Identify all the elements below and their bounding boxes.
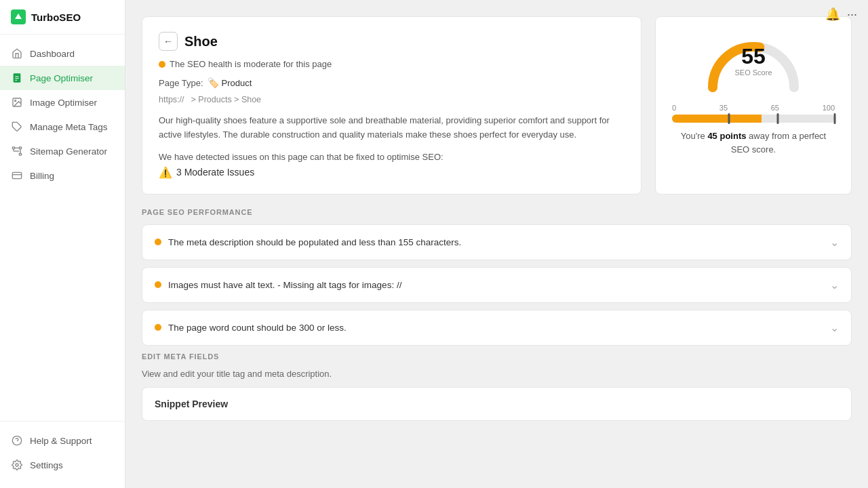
tag-emoji-icon: 🏷️ — [208, 77, 219, 88]
score-text-prefix: You're — [681, 131, 705, 141]
page-type-label: Page Type: — [159, 78, 203, 88]
perf-label-0: The meta description should be populated… — [168, 237, 823, 247]
perf-dot-0 — [155, 239, 161, 245]
issues-count: 3 Moderate Issues — [176, 167, 254, 178]
page-type-badge: 🏷️ Product — [208, 77, 252, 88]
score-bold-text: 45 points — [707, 131, 746, 141]
chevron-icon-2: ⌄ — [830, 321, 839, 334]
url-path: > Products > Shoe — [191, 95, 262, 104]
perf-dot-1 — [155, 281, 161, 288]
svg-rect-0 — [14, 73, 21, 82]
help-icon — [11, 434, 23, 447]
sidebar-label-page-optimiser: Page Optimiser — [30, 73, 93, 83]
sidebar-item-billing[interactable]: Billing — [0, 163, 125, 188]
url-prefix: https:// — [159, 95, 184, 104]
sidebar-item-settings[interactable]: Settings — [0, 453, 125, 477]
svg-rect-9 — [19, 153, 21, 155]
page-card-header: ← Shoe — [159, 32, 625, 51]
main-content: ← Shoe The SEO health is moderate for th… — [125, 0, 868, 488]
back-button[interactable]: ← — [159, 32, 178, 51]
top-row: ← Shoe The SEO health is moderate for th… — [142, 16, 852, 195]
sidebar-item-page-optimiser[interactable]: Page Optimiser — [0, 66, 125, 90]
score-card: 55 SEO Score 0 35 65 100 — [655, 16, 852, 195]
sidebar-bottom: Help & Support Settings — [0, 421, 125, 488]
performance-section: PAGE SEO PERFORMANCE The meta descriptio… — [142, 208, 852, 346]
edit-meta-section: EDIT META FIELDS View and edit your titl… — [142, 352, 852, 421]
bar-label-100: 100 — [823, 104, 835, 112]
sidebar-item-image-optimiser[interactable]: Image Optimiser — [0, 90, 125, 115]
home-icon — [11, 47, 23, 60]
svg-rect-8 — [19, 147, 21, 149]
score-bar-marker-100 — [834, 113, 836, 124]
sidebar-label-sitemap-generator: Sitemap Generator — [30, 146, 107, 157]
svg-rect-14 — [12, 172, 21, 178]
sidebar-nav: Dashboard Page Optimiser Image Optimiser… — [0, 35, 125, 421]
sidebar-label-image-optimiser: Image Optimiser — [30, 98, 97, 108]
bar-label-35: 35 — [719, 104, 728, 112]
page-type-row: Page Type: 🏷️ Product — [159, 77, 625, 88]
svg-point-18 — [16, 464, 18, 466]
gauge-label: SEO Score — [734, 68, 772, 77]
sidebar: TurboSEO Dashboard Page Optimiser Image … — [0, 0, 125, 488]
page-type-value: Product — [222, 78, 252, 88]
tag-icon — [11, 121, 23, 133]
perf-item-meta-desc[interactable]: The meta description should be populated… — [142, 224, 852, 260]
page-card: ← Shoe The SEO health is moderate for th… — [142, 16, 642, 195]
issues-intro: We have detected issues on this page can… — [159, 152, 625, 162]
edit-meta-description: View and edit your title tag and meta de… — [142, 369, 852, 379]
bar-label-65: 65 — [771, 104, 779, 112]
gauge-center: 55 SEO Score — [734, 45, 772, 77]
sidebar-item-manage-meta-tags[interactable]: Manage Meta Tags — [0, 115, 125, 139]
sidebar-label-billing: Billing — [30, 171, 54, 181]
perf-label-2: The page word count should be 300 or les… — [168, 323, 823, 333]
gauge-container: 55 SEO Score — [703, 32, 804, 93]
sitemap-icon — [11, 145, 23, 157]
score-text: You're 45 points away from a perfect SEO… — [672, 129, 835, 156]
file-icon — [11, 72, 23, 84]
performance-header: PAGE SEO PERFORMANCE — [142, 208, 852, 216]
page-url-row: https:// > Products > Shoe — [159, 95, 625, 104]
page-title: Shoe — [184, 34, 218, 49]
perf-label-1: Images must have alt text. - Missing alt… — [168, 280, 823, 290]
chevron-icon-1: ⌄ — [830, 279, 839, 291]
svg-rect-7 — [12, 147, 14, 149]
perf-dot-2 — [155, 324, 161, 331]
sidebar-label-manage-meta-tags: Manage Meta Tags — [30, 122, 108, 132]
settings-icon — [11, 459, 23, 471]
perf-item-word-count[interactable]: The page word count should be 300 or les… — [142, 310, 852, 346]
snippet-preview-card: Snippet Preview — [142, 387, 852, 421]
sidebar-item-sitemap-generator[interactable]: Sitemap Generator — [0, 139, 125, 163]
more-icon[interactable]: ··· — [847, 7, 857, 22]
bar-label-0: 0 — [672, 104, 676, 112]
snippet-preview-title: Snippet Preview — [155, 399, 839, 409]
chevron-icon-0: ⌄ — [830, 236, 839, 249]
logo-icon — [11, 9, 26, 24]
sidebar-label-help-support: Help & Support — [30, 436, 92, 446]
seo-status: The SEO health is moderate for this page — [159, 59, 625, 69]
sidebar-item-help-support[interactable]: Help & Support — [0, 428, 125, 453]
bell-icon[interactable]: 🔔 — [825, 7, 840, 22]
logo-area: TurboSEO — [0, 0, 125, 35]
warning-icon: ⚠️ — [159, 166, 172, 179]
issues-badge: ⚠️ 3 Moderate Issues — [159, 166, 625, 179]
edit-meta-header: EDIT META FIELDS — [142, 352, 852, 361]
gauge-score: 55 — [734, 45, 772, 67]
svg-point-5 — [15, 100, 16, 102]
app-name: TurboSEO — [31, 12, 81, 23]
score-bar-container: 0 35 65 100 — [672, 104, 835, 123]
sidebar-item-dashboard[interactable]: Dashboard — [0, 41, 125, 66]
score-bar-marker-65 — [777, 113, 779, 124]
score-bar-track — [672, 115, 835, 123]
score-bar-fill — [672, 115, 762, 123]
score-bar-marker-35 — [728, 113, 730, 124]
score-bar-labels: 0 35 65 100 — [672, 104, 835, 112]
sidebar-label-settings: Settings — [30, 460, 63, 470]
image-icon — [11, 96, 23, 108]
sidebar-label-dashboard: Dashboard — [30, 49, 75, 59]
billing-icon — [11, 169, 23, 182]
status-dot — [159, 61, 165, 68]
perf-item-alt-text[interactable]: Images must have alt text. - Missing alt… — [142, 267, 852, 303]
seo-status-text: The SEO health is moderate for this page — [170, 59, 332, 69]
page-description: Our high-quality shoes feature a support… — [159, 114, 625, 142]
topbar-icons: 🔔 ··· — [825, 7, 857, 22]
